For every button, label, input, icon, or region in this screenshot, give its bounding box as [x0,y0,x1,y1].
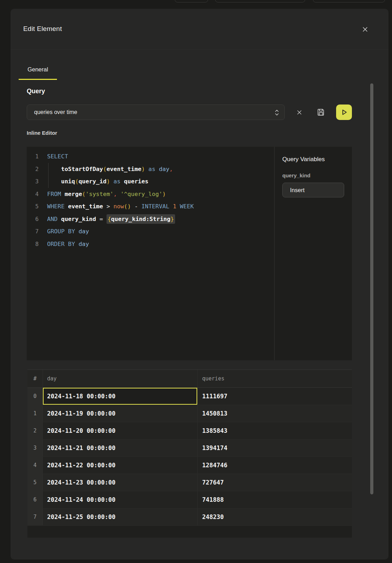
table-row: 02024-11-18 00:00:001111697 [27,388,352,405]
line-number: 7 [27,225,47,238]
cell-day[interactable]: 2024-11-22 00:00:00 [43,457,198,474]
code-text: ORDER BY day [47,238,274,251]
cell-queries[interactable]: 1450813 [198,405,352,422]
row-index: 0 [27,388,43,405]
insert-variable-button[interactable]: Insert [282,183,344,197]
floppy-disk-icon [317,108,325,116]
line-number: 5 [27,200,47,213]
cell-queries[interactable]: 1111697 [198,388,352,405]
row-index: 7 [27,508,43,525]
cell-queries[interactable]: 1394174 [198,439,352,456]
tab-general-label: General [27,66,48,73]
background-toolbar-button[interactable] [215,0,305,2]
cell-queries[interactable]: 1385843 [198,422,352,439]
line-number: 6 [27,213,47,226]
code-text: WHERE event_time > now() - INTERVAL 1 WE… [47,200,274,213]
save-query-button[interactable] [316,105,326,120]
query-select[interactable]: queries over time [27,105,285,120]
modal-scrollbar[interactable] [370,83,373,494]
row-index: 4 [27,457,43,474]
edit-element-modal: Edit Element General Query queries over … [11,9,388,559]
line-number: 4 [27,188,47,201]
code-text: uniq(query_id) as queries [47,175,274,188]
table-row: 52024-11-23 00:00:00727647 [27,474,352,491]
code-line: 3 uniq(query_id) as queries [27,175,274,188]
code-editor-area[interactable]: 1SELECT2 toStartOfDay(event_time) as day… [27,147,274,360]
clear-query-button[interactable] [294,105,304,120]
cell-day[interactable]: 2024-11-20 00:00:00 [43,422,198,439]
column-header-index: # [27,370,43,387]
page-title: Edit Element [23,25,62,33]
tab-general[interactable]: General [19,60,57,80]
result-table-header: # day queries [27,369,352,388]
line-number: 3 [27,175,47,188]
run-query-button[interactable] [336,105,352,120]
cell-day[interactable]: 2024-11-23 00:00:00 [43,474,198,491]
code-line: 8ORDER BY day [27,238,274,251]
background-toolbar-button[interactable] [175,0,208,2]
query-variables-panel: Query Variables query_kind Insert [274,147,352,360]
table-row: 32024-11-21 00:00:001394174 [27,439,352,457]
cell-queries[interactable]: 741888 [198,491,352,508]
table-row: 12024-11-19 00:00:001450813 [27,405,352,422]
line-number: 8 [27,238,47,251]
cell-day[interactable]: 2024-11-19 00:00:00 [43,405,198,422]
cell-queries[interactable]: 1284746 [198,457,352,474]
table-row: 72024-11-25 00:00:00248230 [27,508,352,526]
table-row: 22024-11-20 00:00:001385843 [27,422,352,439]
cell-day[interactable]: 2024-11-24 00:00:00 [43,491,198,508]
query-variables-title: Query Variables [282,156,344,163]
cell-queries[interactable]: 248230 [198,508,352,525]
query-variable-name: query_kind [282,172,344,178]
play-icon [340,108,348,116]
query-select-value: queries over time [34,109,77,115]
cell-day[interactable]: 2024-11-18 00:00:00 [43,388,198,405]
query-section-heading: Query [27,88,45,95]
code-text: SELECT [47,150,274,163]
code-text: toStartOfDay(event_time) as day, [47,163,274,176]
line-number: 1 [27,150,47,163]
code-line: 2 toStartOfDay(event_time) as day, [27,163,274,176]
row-index: 2 [27,422,43,439]
inline-editor-label: Inline Editor [27,130,57,136]
line-number: 2 [27,163,47,176]
x-icon [297,110,302,115]
code-text: FROM merge('system', '^query_log') [47,188,274,201]
table-row: 42024-11-22 00:00:001284746 [27,457,352,474]
result-table-body: 02024-11-18 00:00:00111169712024-11-19 0… [27,388,352,526]
close-icon [362,27,368,32]
row-index: 3 [27,439,43,456]
row-index: 5 [27,474,43,491]
code-line: 7GROUP BY day [27,225,274,238]
column-header-queries: queries [198,370,352,387]
table-row: 62024-11-24 00:00:00741888 [27,491,352,508]
chevron-up-down-icon [275,109,279,116]
code-line: 1SELECT [27,150,274,163]
cell-queries[interactable]: 727647 [198,474,352,491]
code-text: GROUP BY day [47,225,274,238]
result-table-footer [27,526,352,538]
result-table: # day queries 02024-11-18 00:00:00111169… [27,369,352,538]
query-select-row: queries over time [27,105,352,120]
header-divider [11,49,388,50]
cell-day[interactable]: 2024-11-25 00:00:00 [43,508,198,525]
row-index: 1 [27,405,43,422]
code-line: 6AND query_kind = {query_kind:String} [27,213,274,226]
close-button[interactable] [361,25,369,33]
code-line: 4FROM merge('system', '^query_log') [27,188,274,201]
sql-editor: 1SELECT2 toStartOfDay(event_time) as day… [27,147,352,360]
row-index: 6 [27,491,43,508]
column-header-day: day [43,370,198,387]
background-toolbar-button[interactable] [313,0,385,2]
cell-day[interactable]: 2024-11-21 00:00:00 [43,439,198,456]
code-lines: 1SELECT2 toStartOfDay(event_time) as day… [27,150,274,250]
code-line: 5WHERE event_time > now() - INTERVAL 1 W… [27,200,274,213]
code-text: AND query_kind = {query_kind:String} [47,213,274,226]
